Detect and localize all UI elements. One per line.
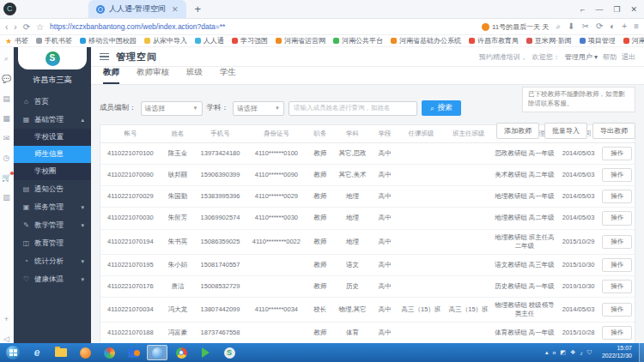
sidebar-item-首页[interactable]: ⌂首页	[14, 93, 91, 111]
tray-update-icon[interactable]: ❖	[570, 349, 575, 356]
sidebar-item-统计分析[interactable]: ◔统计分析▾	[14, 252, 91, 270]
bookmark-item[interactable]: 项目管理	[580, 36, 616, 45]
sidebar-item-通知公告[interactable]: ▤通知公告	[14, 180, 91, 198]
bookmark-item[interactable]: 许昌市教育局	[469, 36, 519, 45]
tray-network-icon[interactable]: ⛉	[587, 349, 592, 356]
panel-icon[interactable]: ▤	[3, 94, 10, 103]
tray-expand-icon[interactable]: ▴	[545, 349, 549, 356]
sidebar-item-学校圈[interactable]: 学校圈	[14, 163, 91, 180]
new-tab-button[interactable]: +	[195, 3, 202, 15]
close-button[interactable]: ✕	[630, 5, 637, 14]
subject-select[interactable]: 请选择 ▼	[233, 101, 284, 116]
bookmark-item[interactable]: 从家中导入	[144, 36, 187, 45]
row-operation-button[interactable]: 操作	[602, 147, 632, 160]
table-cell: 操作	[599, 323, 635, 343]
back-button[interactable]: ‹	[5, 22, 8, 32]
sidebar-item-班务管理[interactable]: ▣班务管理▾	[14, 198, 91, 216]
active-browser-icon[interactable]	[147, 345, 167, 360]
chrome-icon[interactable]	[171, 345, 191, 360]
download-icon[interactable]: ⬇	[568, 21, 574, 32]
minimize-button[interactable]: —	[595, 5, 603, 14]
sidebar-item-师生信息[interactable]: 师生信息	[14, 146, 91, 163]
pinwheel-app-icon[interactable]	[99, 345, 119, 360]
tab-教师审核[interactable]: 教师审核	[137, 67, 169, 84]
row-operation-button[interactable]: 操作	[602, 168, 632, 182]
notes-icon[interactable]: ▥	[3, 193, 10, 202]
history-icon[interactable]: ◷	[3, 154, 10, 162]
sidebar-item-教学管理[interactable]: ✎教学管理▾	[14, 216, 91, 234]
row-operation-button[interactable]: 操作	[602, 235, 632, 249]
bookmark-item[interactable]: 河南省教师教育网	[623, 36, 644, 45]
row-operation-button[interactable]: 操作	[602, 258, 632, 272]
start-button[interactable]	[3, 345, 23, 360]
sidebar-item-学校设置[interactable]: 学校设置	[14, 129, 91, 146]
url-bar[interactable]: https://xczxbanbantong.com/web/index.act…	[50, 22, 476, 31]
row-operation-button[interactable]: 操作	[602, 303, 632, 317]
tray-ime-icon[interactable]: ¤	[552, 350, 556, 356]
action-button-导出教师[interactable]: 导出教师	[592, 123, 635, 139]
media-player-icon[interactable]	[75, 345, 95, 360]
chat-icon[interactable]: 💬	[2, 75, 11, 83]
row-operation-button[interactable]: 操作	[602, 211, 632, 225]
sidebar-item-基础管理[interactable]: ▦基础管理▴	[14, 111, 91, 129]
user-menu[interactable]: 管理用户 ▾	[565, 52, 598, 62]
refresh-button[interactable]: ⟳	[23, 22, 30, 32]
dark-mode-icon[interactable]: ◐	[610, 21, 615, 32]
explorer-icon[interactable]	[51, 345, 71, 360]
bookmark-item[interactable]: 豆米网·新闻	[526, 36, 572, 45]
logout-link[interactable]: 退出	[622, 52, 635, 62]
layout-icon[interactable]: ⌐	[580, 5, 585, 14]
search-input[interactable]: 请输入成员姓名进行查询，如姓名	[289, 101, 417, 116]
player-icon[interactable]	[195, 345, 216, 360]
seewo-icon[interactable]: S	[219, 345, 240, 360]
maximize-button[interactable]: ❐	[613, 5, 620, 14]
tab-班级[interactable]: 班级	[186, 67, 203, 84]
bookmark-item[interactable]: 河南省基础办公系统	[391, 36, 461, 45]
browser-tab-active[interactable]: 人人通-管理空间 ✕	[88, 0, 186, 18]
clock[interactable]: 15:07 2022/12/30	[598, 345, 635, 360]
bookmark-item[interactable]: 学习强国	[232, 36, 268, 45]
menu-toggle-icon[interactable]	[100, 53, 109, 61]
bookmark-item[interactable]: 移动云中国校园	[80, 36, 137, 45]
tab-close-icon[interactable]: ✕	[172, 5, 179, 14]
action-button-批量导入[interactable]: 批量导入	[544, 123, 587, 139]
sidebar-item-教育管理[interactable]: ◫教育管理	[14, 234, 91, 252]
forward-button[interactable]: ›	[14, 22, 16, 32]
video-app-icon[interactable]	[123, 345, 143, 360]
bookmark-item[interactable]: 河南公共平台	[333, 36, 383, 45]
sync-icon[interactable]: ⟳	[596, 21, 603, 32]
bookmark-item[interactable]: 河南省运营网	[276, 36, 325, 45]
browser-logo-icon[interactable]	[3, 3, 16, 15]
search-icon[interactable]: ⌕	[4, 54, 9, 63]
collapse-icon[interactable]: ◁	[3, 335, 9, 343]
search-button[interactable]: ⌕ 搜索	[422, 100, 461, 116]
tray-volume-icon[interactable]: ♪	[580, 350, 583, 356]
screenshot-icon[interactable]: ✂	[581, 21, 588, 32]
action-button-添加教师[interactable]: 添加教师	[496, 123, 539, 139]
row-operation-button[interactable]: 操作	[602, 326, 632, 340]
table-cell: 4110******0030	[246, 208, 308, 229]
mail-icon[interactable]: ✉	[3, 134, 10, 142]
apps-icon[interactable]: ▦	[3, 114, 10, 123]
weather-extension-chip[interactable]: 11号的最后一天 天	[482, 22, 550, 32]
help-link[interactable]: 帮助	[603, 52, 617, 62]
tab-学生[interactable]: 学生	[220, 67, 236, 84]
row-operation-button[interactable]: 操作	[602, 190, 632, 203]
add-icon[interactable]: +	[4, 315, 9, 323]
show-desktop-button[interactable]	[639, 343, 644, 362]
cart-icon[interactable]: 🛒	[2, 173, 11, 182]
add-icon[interactable]: +	[622, 21, 627, 32]
search-icon[interactable]: ⌕	[556, 21, 561, 32]
type-select[interactable]: 请选择 ▼	[141, 101, 203, 116]
bookmark-item[interactable]: 手机书签	[36, 36, 72, 45]
table-row: 4110221070194朱书英150863590254110********0…	[100, 229, 635, 254]
row-operation-button[interactable]: 操作	[602, 280, 632, 293]
favorite-icon[interactable]: ☆	[36, 22, 44, 32]
bookmark-item[interactable]: 人人通	[195, 36, 224, 45]
sidebar-item-健康体温[interactable]: ♡健康体温▾	[14, 270, 91, 288]
bookmark-item[interactable]: ★书签	[5, 36, 28, 45]
browser-menu-icon[interactable]: ≡	[634, 21, 639, 32]
tab-教师[interactable]: 教师	[103, 67, 119, 84]
ie-icon[interactable]: e	[27, 345, 47, 360]
tray-security-icon[interactable]: ◩	[560, 349, 566, 356]
